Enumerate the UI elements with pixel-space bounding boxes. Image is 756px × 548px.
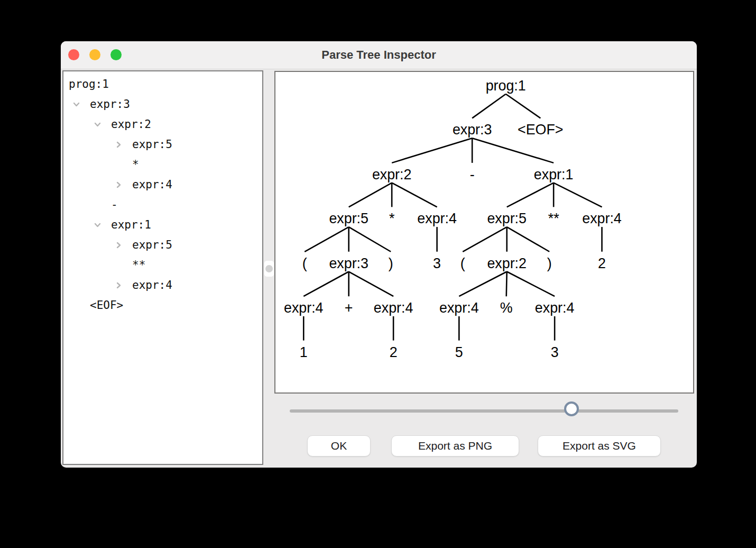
chevron-right-icon[interactable] [114,281,132,290]
tree-list-item-label: expr:4 [132,279,172,291]
tree-node-label: ) [547,255,552,271]
titlebar[interactable]: Parse Tree Inspector [61,41,697,69]
tree-node-label: + [345,300,353,316]
tree-list-item[interactable]: expr:5 [63,134,262,154]
tree-node-label: 3 [551,344,559,360]
tree-edge [392,183,437,207]
tree-list-item[interactable]: expr:5 [63,235,262,255]
tree-node-label: expr:2 [487,255,527,271]
tree-edge [463,227,506,252]
tree-list-item[interactable]: prog:1 [63,74,262,94]
tree-list-item[interactable]: * [63,154,262,175]
export-svg-button[interactable]: Export as SVG [538,435,661,456]
tree-node-label: % [500,300,513,316]
tree-node-label: <EOF> [518,122,563,138]
tree-list-item-label: - [111,198,118,211]
zoom-slider-track[interactable] [290,409,678,413]
tree-list-item-label: expr:4 [132,178,172,191]
tree-list-item-label: expr:5 [132,138,172,151]
tree-edge [349,183,392,207]
tree-node-label: 2 [390,344,398,360]
tree-list-item-label: <EOF> [90,299,123,312]
tree-edge [349,227,391,252]
tree-node-label: ( [302,255,307,271]
tree-node-label: ) [389,255,393,271]
zoom-slider-thumb[interactable] [564,401,579,416]
tree-list-item[interactable]: expr:1 [63,215,262,235]
tree-node-label: ** [548,211,559,226]
tree-node-label: - [470,167,475,182]
chevron-down-icon[interactable] [72,100,90,109]
tree-node-label: prog:1 [486,78,526,94]
parse-tree-list[interactable]: prog:1expr:3expr:2expr:5*expr:4-expr:1ex… [62,70,263,465]
tree-node-label: expr:5 [329,211,368,226]
tree-node-label: expr:2 [372,167,412,182]
tree-edge [554,183,602,207]
tree-node-label: 3 [433,255,441,271]
ok-button[interactable]: OK [307,435,371,456]
tree-node-label: expr:4 [582,211,622,226]
minimize-button[interactable] [89,49,100,60]
tree-edge [305,227,348,252]
zoom-button[interactable] [110,49,122,60]
tree-edge [506,272,507,297]
tree-node-label: 5 [455,344,463,360]
tree-node-label: expr:4 [374,300,413,316]
tree-list-item-label: expr:1 [111,218,151,231]
tree-list-item[interactable]: expr:4 [63,275,262,295]
tree-edge [506,94,541,118]
tree-edge [459,272,506,297]
tree-list-item-label: expr:5 [132,239,172,251]
tree-edge [507,183,554,207]
tree-node-label: expr:4 [535,300,575,316]
tree-node-label: expr:4 [417,211,457,226]
tree-edge [472,138,554,163]
tree-list-item-label: expr:2 [111,118,151,131]
tree-list-item[interactable]: ** [63,255,262,275]
tree-node-label: expr:4 [284,300,324,316]
window-title: Parse Tree Inspector [61,41,697,69]
tree-list-item[interactable]: expr:4 [63,175,262,195]
export-png-button[interactable]: Export as PNG [391,435,519,456]
tree-node-label: * [389,211,395,226]
tree-node-label: ( [460,255,465,271]
tree-node-label: expr:3 [453,122,492,138]
tree-edge [392,138,472,163]
tree-node-label: expr:1 [534,167,574,182]
tree-list-item-label: ** [132,259,145,271]
chevron-down-icon[interactable] [93,221,111,230]
chevron-right-icon[interactable] [114,241,132,250]
tree-node-label: 2 [598,255,606,271]
tree-list-item[interactable]: expr:2 [63,114,262,134]
tree-node-label: expr:4 [439,300,479,316]
tree-list-item[interactable]: expr:3 [63,94,262,114]
tree-edge [349,272,393,297]
tree-node-label: expr:3 [329,255,368,271]
tree-list-item-label: expr:3 [90,98,130,111]
tree-list-item-label: * [132,158,139,171]
tree-edge [303,272,348,297]
parse-tree-inspector-window: Parse Tree Inspector prog:1expr:3expr:2e… [61,41,697,468]
tree-node-label: 1 [300,344,308,360]
tree-list-item[interactable]: - [63,195,262,215]
tree-canvas: prog:1expr:3<EOF>expr:2-expr:1expr:5*exp… [274,71,694,394]
chevron-down-icon[interactable] [93,120,111,129]
splitter-handle[interactable] [264,261,274,277]
splitter-grip-dot [265,265,273,272]
tree-node-label: expr:5 [487,211,527,226]
tree-edge [472,94,506,118]
chevron-right-icon[interactable] [114,180,132,189]
chevron-right-icon[interactable] [114,140,132,149]
tree-list-item[interactable]: <EOF> [63,295,262,315]
tree-edge [507,272,555,297]
tree-edge [507,227,549,252]
close-button[interactable] [68,49,79,60]
tree-list-item-label: prog:1 [69,78,109,90]
